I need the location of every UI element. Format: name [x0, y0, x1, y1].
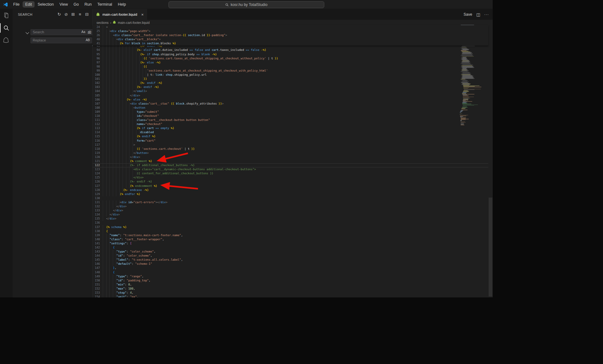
code-line[interactable]: 142{: [93, 246, 488, 250]
preserve-case-icon[interactable]: AB: [85, 38, 90, 42]
code-line[interactable]: 24>: [93, 25, 488, 29]
vertical-scrollbar[interactable]: [488, 25, 493, 297]
code-line[interactable]: 145"label": "t:sections.all.colors.label…: [93, 258, 488, 262]
code-line[interactable]: 118{{ 'sections.cart.checkout' | t }}: [93, 147, 488, 151]
shopify-extension-icon[interactable]: [0, 34, 13, 47]
code-line[interactable]: 105</div>: [93, 94, 488, 98]
menu-help[interactable]: Help: [115, 1, 129, 8]
code-line[interactable]: 134</div>: [93, 213, 488, 217]
code-line[interactable]: 102{%- endif -%}: [93, 81, 488, 85]
search-icon[interactable]: [0, 22, 13, 34]
code-line[interactable]: 147},: [93, 266, 488, 270]
code-line[interactable]: 109type="submit": [93, 110, 488, 114]
code-line[interactable]: 123<div class="cart__dynamic-checkout-bu…: [93, 167, 488, 171]
code-line[interactable]: 104</small>: [93, 89, 488, 93]
code-line[interactable]: 112name="checkout": [93, 122, 488, 126]
code-line[interactable]: 103{%- endif -%}: [93, 85, 488, 89]
sticky-scroll[interactable]: 24>25<div class="page-width">26<div clas…: [93, 25, 488, 46]
code-line[interactable]: 129{% endfor %}: [93, 192, 488, 196]
code-line[interactable]: 130: [93, 196, 488, 200]
code-line[interactable]: 96{{ 'sections.cart.taxes_at_checkout_sh…: [93, 57, 488, 61]
split-editor-icon[interactable]: ◫: [476, 12, 480, 17]
code-line[interactable]: 99'sections.cart.taxes_at_checkout_shipp…: [93, 69, 488, 73]
code-line[interactable]: 144"id": "color_scheme",: [93, 254, 488, 258]
scrollbar-thumb[interactable]: [489, 198, 492, 296]
code-line[interactable]: 121{% comment %}: [93, 159, 488, 163]
match-case-icon[interactable]: Aa: [81, 30, 86, 34]
menu-selection[interactable]: Selection: [35, 1, 56, 8]
code-line[interactable]: 122{%- if additional_checkout_buttons -%…: [93, 163, 488, 167]
code-line[interactable]: 148{: [93, 270, 488, 274]
code-line[interactable]: 119</button>: [93, 151, 488, 155]
code-line[interactable]: 95{%- if shop.shipping_policy.body == bl…: [93, 52, 488, 57]
toggle-replace-chevron-icon[interactable]: [25, 30, 29, 34]
code-lines[interactable]: 94{%- elsif cart.duties_included == fals…: [93, 48, 488, 297]
code-line[interactable]: 114disabled: [93, 130, 488, 134]
code-line[interactable]: 127{% endcomment %}: [93, 184, 488, 188]
whole-word-icon[interactable]: ab: [87, 30, 92, 34]
code-line[interactable]: 107<div class="cart__ctas" {{ block.shop…: [93, 102, 488, 106]
code-line[interactable]: 106{%- else -%}: [93, 98, 488, 102]
clear-search-results-icon[interactable]: ⊘: [64, 12, 69, 17]
code-line[interactable]: 111class="cart__checkout-button button b…: [93, 118, 488, 122]
code-line[interactable]: 40<div class="cart__blocks">: [93, 37, 488, 41]
menu-view[interactable]: View: [57, 1, 70, 8]
code-line[interactable]: 98{{: [93, 65, 488, 69]
code-line[interactable]: 151"min": 0,: [93, 283, 488, 287]
code-line[interactable]: 133</div>: [93, 209, 488, 213]
code-line[interactable]: 26<div class="cart__footer isolate secti…: [93, 33, 488, 37]
code-line[interactable]: 25<div class="page-width">: [93, 29, 488, 33]
code-line[interactable]: 115{% endif %}: [93, 134, 488, 139]
menu-file[interactable]: File: [11, 1, 22, 8]
code-line[interactable]: 131<div id="cart-errors"></div>: [93, 200, 488, 204]
code-line[interactable]: 141"settings": [: [93, 242, 488, 246]
code-line[interactable]: 117>: [93, 143, 488, 147]
clipped-code-line[interactable]: 93{%- endif -%}: [93, 46, 488, 48]
code-line[interactable]: 135</div>: [93, 217, 488, 221]
code-line[interactable]: 93{%- endif -%}: [93, 46, 488, 48]
editor-more-actions-icon[interactable]: ···: [484, 12, 489, 17]
breadcrumb-file[interactable]: main-cart-footer.liquid: [118, 21, 150, 24]
save-button[interactable]: Save: [463, 12, 472, 17]
refresh-icon[interactable]: ↻: [57, 12, 62, 17]
titlebar-search[interactable]: kosr.hu by TotalStudio: [168, 1, 324, 8]
code-line[interactable]: 94{%- elsif cart.duties_included == fals…: [93, 48, 488, 52]
close-tab-icon[interactable]: ×: [141, 12, 144, 17]
code-line[interactable]: 138{: [93, 229, 488, 233]
code-line[interactable]: 149"type": "range",: [93, 274, 488, 279]
open-new-search-editor-icon[interactable]: ⊞: [71, 12, 75, 17]
code-line[interactable]: 113{% if cart == empty %}: [93, 126, 488, 130]
breadcrumb-folder[interactable]: sections: [96, 21, 109, 24]
code-line[interactable]: 110id="checkout": [93, 114, 488, 118]
code-line[interactable]: 116form="cart": [93, 139, 488, 143]
code-line[interactable]: 41{% for block in section.blocks %}: [93, 41, 488, 46]
menu-edit[interactable]: Edit: [23, 1, 35, 8]
code-line[interactable]: 137{% schema %}: [93, 225, 488, 229]
code-line[interactable]: 154"unit": "px",: [93, 295, 488, 297]
view-as-list-icon[interactable]: ≡: [78, 12, 82, 17]
code-line[interactable]: 152"max": 100,: [93, 287, 488, 291]
menu-run[interactable]: Run: [82, 1, 94, 8]
code-line[interactable]: 140"class": "cart__footer-wrapper",: [93, 237, 488, 242]
code-line[interactable]: 150"id": "padding_top",: [93, 279, 488, 283]
code-line[interactable]: 108<button: [93, 106, 488, 110]
code-line[interactable]: 136: [93, 221, 488, 225]
code-line[interactable]: 153"step": 4,: [93, 291, 488, 295]
code-line[interactable]: 101}}: [93, 77, 488, 81]
code-line[interactable]: 139"name": "t:sections.main-cart-footer.…: [93, 233, 488, 237]
code-line[interactable]: 124{{ content_for_additional_checkout_bu…: [93, 171, 488, 176]
code-line[interactable]: 125</div>: [93, 176, 488, 180]
code-line[interactable]: 100| t: link: shop.shipping_policy.url: [93, 73, 488, 77]
explorer-icon[interactable]: [0, 9, 13, 22]
code-line[interactable]: 132</div>: [93, 204, 488, 209]
collapse-all-icon[interactable]: ⊟: [85, 12, 89, 17]
code-line[interactable]: 126{%- endif -%}: [93, 180, 488, 184]
replace-input[interactable]: [30, 37, 92, 43]
code-line[interactable]: 97{%- else -%}: [93, 61, 488, 65]
code-line[interactable]: 146"default": "scheme-1": [93, 262, 488, 266]
code-area[interactable]: 24>25<div class="page-width">26<div clas…: [93, 25, 488, 297]
code-line[interactable]: 143"type": "color_scheme",: [93, 250, 488, 254]
menu-terminal[interactable]: Terminal: [95, 1, 115, 8]
tab-main-cart-footer[interactable]: main-cart-footer.liquid ×: [93, 9, 147, 20]
code-line[interactable]: 120</div>: [93, 155, 488, 159]
